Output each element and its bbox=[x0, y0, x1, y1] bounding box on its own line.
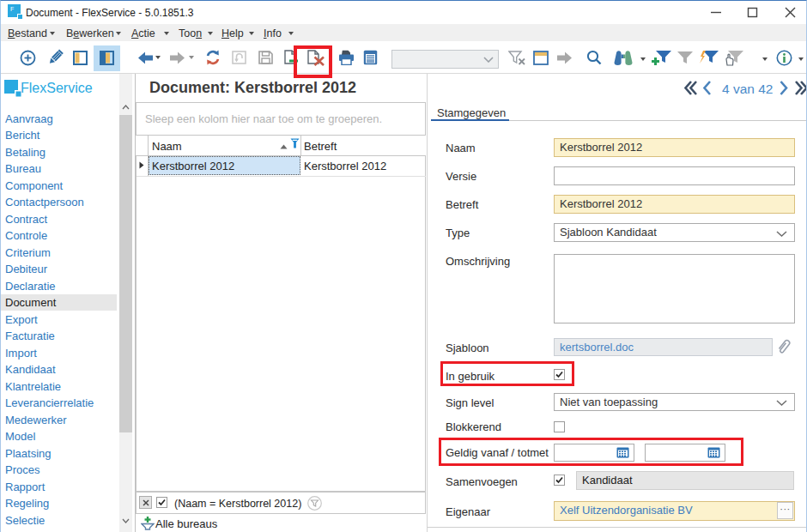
svg-text:F: F bbox=[10, 6, 14, 12]
